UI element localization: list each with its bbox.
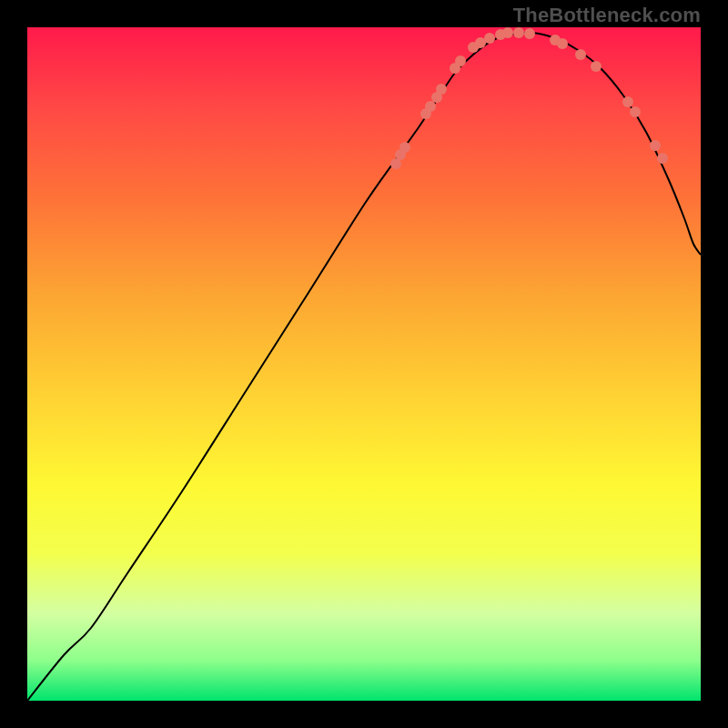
bottleneck-curve [27, 33, 701, 701]
data-dot [524, 28, 535, 39]
data-dot [455, 56, 466, 66]
data-dot [650, 140, 661, 151]
data-dot [436, 84, 447, 95]
data-dot [484, 33, 495, 44]
chart-frame: TheBottleneck.com [0, 0, 728, 728]
plot-area [27, 27, 701, 701]
data-dot [657, 153, 668, 164]
curve-svg [27, 27, 701, 701]
data-dot [399, 142, 410, 153]
data-dot [513, 27, 524, 38]
data-dot [622, 96, 633, 107]
data-dot [502, 27, 513, 38]
data-dot [557, 38, 568, 49]
data-dot [630, 106, 641, 117]
data-dot [575, 49, 586, 60]
data-dot [425, 101, 436, 112]
watermark-text: TheBottleneck.com [513, 4, 701, 27]
data-dots [390, 27, 668, 169]
data-dot [591, 61, 602, 72]
